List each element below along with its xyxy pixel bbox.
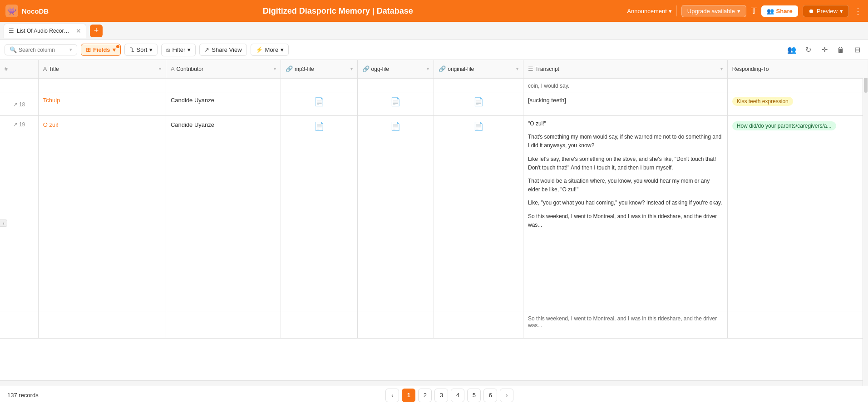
row-title-cell: Tchuip (38, 93, 166, 116)
col-header-transcript: ☰ Transcript ▾ (523, 60, 727, 78)
more-label: More (265, 46, 279, 53)
search-input[interactable] (19, 47, 68, 53)
page-5-button[interactable]: 5 (467, 389, 481, 402)
record-count: 137 records (7, 392, 39, 399)
col-sort-icon[interactable]: ▾ (159, 66, 161, 71)
add-tab-button[interactable]: + (90, 25, 103, 37)
row-contributor-cell (166, 311, 281, 339)
col-sort-icon[interactable]: ▾ (720, 66, 723, 71)
col-header-original: 🔗 original-file ▾ (434, 60, 523, 78)
table-row: coin, I would say. (0, 78, 868, 93)
hamburger-menu-icon[interactable]: ⋮ (853, 5, 863, 16)
file-icon: 📄 (362, 97, 429, 107)
page-3-button[interactable]: 3 (434, 389, 448, 402)
row-ogg-cell[interactable]: 📄 (357, 93, 434, 116)
row-title-cell: O zui! (38, 116, 166, 311)
fields-button-wrap: ⊞ Fields ▾ (81, 44, 121, 56)
trash-icon[interactable]: 🗑 (834, 44, 847, 56)
share-button[interactable]: 👥 Share (761, 5, 798, 17)
tab-list-audio[interactable]: ☰ List Of Audio Recordi... ✕ (4, 24, 86, 38)
scroll-inner (0, 381, 868, 386)
file-icon: 📄 (439, 121, 518, 131)
page-2-button[interactable]: 2 (418, 389, 432, 402)
row-contributor-cell: Candide Uyanze (166, 116, 281, 311)
group-by-icon[interactable]: 👥 (785, 44, 798, 56)
top-nav-right: Announcement ▾ Upgrade available ▾ 𝕋 👥 S… (627, 5, 863, 17)
more-button[interactable]: ⚡ More ▾ (251, 44, 289, 56)
share-view-icon: ↗ (204, 46, 209, 53)
expand-handle[interactable]: › (0, 219, 7, 227)
row-num-cell (0, 78, 38, 93)
row-responding-cell (727, 78, 868, 93)
row-expand-icon[interactable]: ↗ (13, 101, 18, 108)
language-icon[interactable]: 𝕋 (751, 6, 757, 16)
row-original-cell[interactable]: 📄 (434, 116, 523, 311)
col-responding-label: Responding-To (732, 66, 769, 72)
share-label: Share (776, 8, 793, 15)
row-original-cell[interactable]: 📄 (434, 93, 523, 116)
sort-label: Sort (137, 46, 148, 53)
fields-active-dot (116, 45, 119, 48)
col-sort-icon[interactable]: ▾ (427, 66, 429, 71)
app-name: NocoDB (22, 7, 49, 15)
main-table: # A Title ▾ A Contributor (0, 60, 868, 339)
row-num-cell: ↗ 19 (0, 116, 38, 311)
share-icon: 👥 (767, 8, 774, 15)
page-6-button[interactable]: 6 (483, 389, 497, 402)
row-number: 18 (19, 101, 25, 108)
move-icon[interactable]: ✛ (818, 44, 831, 56)
row-expand-icon[interactable]: ↗ (13, 121, 18, 128)
row-title-value[interactable]: Tchuip (43, 97, 60, 104)
chevron-down-icon: ▾ (281, 46, 284, 53)
row-responding-cell: Kiss teeth expression (727, 93, 868, 116)
row-title-value[interactable]: O zui! (43, 121, 59, 128)
row-mp3-cell[interactable]: 📄 (281, 93, 357, 116)
share-view-button[interactable]: ↗ Share View (199, 44, 247, 56)
chevron-down-icon: ▾ (737, 8, 740, 15)
sort-button[interactable]: ⇅ Sort ▾ (124, 44, 158, 56)
col-header-mp3: 🔗 mp3-file ▾ (281, 60, 357, 78)
upgrade-label: Upgrade available (687, 8, 735, 15)
page-1-button[interactable]: 1 (402, 389, 415, 402)
col-sort-icon[interactable]: ▾ (274, 66, 276, 71)
preview-icon: ⏺ (809, 8, 814, 15)
col-num-label: # (5, 66, 8, 72)
table-wrap: › # A Title ▾ (0, 60, 868, 386)
panel-icon[interactable]: ⊟ (851, 44, 863, 56)
chevron-down-icon: ▾ (113, 46, 116, 53)
col-sort-icon[interactable]: ▾ (516, 66, 518, 71)
table-icon: ☰ (9, 27, 14, 34)
row-ogg-cell[interactable]: 📄 (357, 116, 434, 311)
col-text-icon: A (43, 65, 47, 72)
toolbar-right: 👥 ↻ ✛ 🗑 ⊟ (785, 44, 863, 56)
col-transcript-label: Transcript (535, 66, 559, 72)
col-sort-icon[interactable]: ▾ (350, 66, 353, 71)
row-contributor-cell: Candide Uyanze (166, 93, 281, 116)
fields-button[interactable]: ⊞ Fields ▾ (81, 44, 121, 56)
responding-to-tag: How did/do your parents/caregivers/a... (732, 121, 836, 130)
reload-icon[interactable]: ↻ (802, 44, 814, 56)
chevron-down-icon: ▾ (840, 8, 843, 15)
tab-close-icon[interactable]: ✕ (76, 27, 81, 35)
upgrade-button[interactable]: Upgrade available ▾ (681, 5, 746, 17)
app-logo[interactable]: 👾 NocoDB (5, 5, 49, 17)
row-responding-cell (727, 311, 868, 339)
announcement-button[interactable]: Announcement ▾ (627, 8, 671, 15)
filter-button[interactable]: ⧅ Filter ▾ (161, 44, 196, 56)
horizontal-scrollbar[interactable] (0, 380, 868, 386)
sort-icon: ⇅ (129, 46, 134, 53)
page-4-button[interactable]: 4 (451, 389, 464, 402)
prev-page-button[interactable]: ‹ (385, 389, 399, 402)
logo-icon: 👾 (5, 5, 18, 17)
preview-button[interactable]: ⏺ Preview ▾ (803, 5, 849, 17)
tab-label: List Of Audio Recordi... (17, 28, 71, 34)
row-transcript-cell: So this weekend, I went to Montreal, and… (523, 311, 727, 339)
file-icon: 📄 (362, 121, 429, 131)
row-mp3-cell[interactable]: 📄 (281, 116, 357, 311)
col-ogg-label: ogg-file (371, 66, 389, 72)
row-transcript-cell: coin, I would say. (523, 78, 727, 93)
next-page-button[interactable]: › (500, 389, 513, 402)
vertical-scrollbar[interactable] (863, 60, 868, 386)
search-column-input[interactable]: 🔍 ▾ (5, 44, 77, 55)
toolbar: 🔍 ▾ ⊞ Fields ▾ ⇅ Sort ▾ ⧅ Filter ▾ ↗ Sha… (0, 40, 868, 60)
